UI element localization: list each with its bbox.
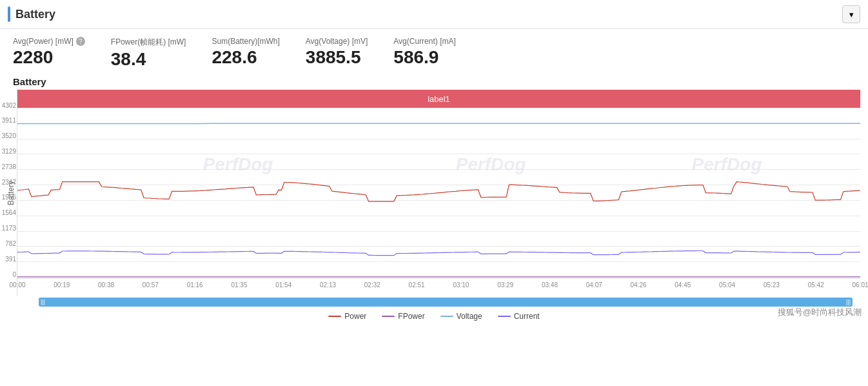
x-tick-label: 04:45 (675, 281, 691, 289)
x-tick-label: 05:04 (719, 281, 735, 289)
source-badge: 搜狐号@时尚科技风潮 (778, 307, 862, 318)
header-accent-bar (8, 6, 10, 22)
y-tick-label: 782 (0, 239, 16, 247)
legend-row: Power FPower Voltage Current (0, 308, 868, 323)
chevron-down-icon: ▾ (849, 10, 854, 19)
legend-item: Voltage (440, 312, 482, 321)
scrollbar-thumb[interactable]: ||| ||| (39, 298, 853, 307)
header-left: Battery (8, 6, 55, 22)
legend-color (440, 316, 453, 317)
collapse-button[interactable]: ▾ (842, 5, 860, 23)
x-tick-label: 00:57 (143, 281, 159, 289)
x-tick-label: 03:29 (497, 281, 513, 289)
power-line (17, 182, 860, 202)
x-tick-label: 02:32 (364, 281, 380, 289)
y-tick-label: 0 (0, 270, 16, 278)
scrollbar-container: ||| ||| (19, 298, 860, 307)
scrollbar-area[interactable]: ||| ||| (39, 298, 853, 307)
y-tick-label: 2347 (0, 178, 16, 185)
metric-item: Avg(Power) [mW] ?2280 (13, 37, 85, 68)
legend-label: Power (344, 312, 366, 321)
metric-label: Avg(Current) [mA] (393, 37, 455, 46)
scrollbar-left-grip: ||| (41, 299, 45, 305)
x-tick-label: 00:38 (98, 281, 114, 289)
metric-value: 38.4 (111, 49, 186, 70)
scrollbar-right-grip: ||| (846, 299, 851, 305)
legend-color (498, 316, 511, 317)
x-tick-label: 00:19 (54, 281, 70, 289)
x-tick-label: 02:13 (320, 281, 336, 289)
y-tick-label: 1173 (0, 225, 16, 232)
metric-value: 586.9 (393, 47, 455, 68)
x-tick-label: 01:35 (231, 281, 247, 289)
x-tick-label: 03:10 (453, 281, 469, 289)
x-tick-label: 04:07 (586, 281, 602, 289)
legend-label: Voltage (457, 312, 482, 321)
x-tick-label: 02:51 (409, 281, 425, 289)
label1-bar: label1 (17, 90, 860, 108)
current-line (17, 251, 860, 256)
metric-item: FPower(帧能耗) [mW]38.4 (111, 37, 186, 70)
x-tick-label: 05:23 (764, 281, 780, 289)
legend-label: Current (514, 312, 540, 321)
panel-header: Battery ▾ (0, 0, 868, 29)
metrics-row: Avg(Power) [mW] ?2280FPower(帧能耗) [mW]38.… (0, 29, 868, 74)
metric-value: 3885.5 (306, 47, 368, 68)
label1-text: label1 (428, 94, 450, 104)
legend-item: FPower (382, 312, 424, 321)
legend-item: Current (498, 312, 540, 321)
x-tick-label: 04:26 (631, 281, 647, 289)
metric-label: Avg(Power) [mW] ? (13, 37, 85, 46)
panel-title: Battery (15, 8, 55, 21)
x-tick-label: 05:42 (808, 281, 824, 289)
x-tick-label: 01:16 (187, 281, 203, 289)
chart-area: label1 PerfDog PerfDog PerfDog 430239113… (17, 90, 860, 296)
y-tick-label: 2738 (0, 163, 16, 170)
metric-value: 2280 (13, 47, 85, 68)
x-tick-label: 00:00 (9, 281, 25, 289)
metric-item: Sum(Battery)[mWh]228.6 (212, 37, 279, 68)
metric-item: Avg(Voltage) [mV]3885.5 (306, 37, 368, 68)
x-axis: 00:0000:1900:3800:5701:1601:3501:5402:13… (17, 278, 860, 296)
y-tick-label: 4302 (0, 101, 16, 108)
metric-item: Avg(Current) [mA]586.9 (393, 37, 455, 68)
metric-label: Sum(Battery)[mWh] (212, 37, 279, 46)
info-icon[interactable]: ? (76, 37, 85, 46)
x-tick-label: 06:01 (852, 281, 868, 289)
y-tick-label: 391 (0, 255, 16, 262)
y-tick-label: 1956 (0, 194, 16, 201)
metric-label: Avg(Voltage) [mV] (306, 37, 368, 46)
legend-item: Power (328, 312, 366, 321)
metric-value: 228.6 (212, 47, 279, 68)
chart-container: Battery label1 PerfDog PerfDog PerfDog 4… (0, 90, 868, 296)
x-tick-label: 01:54 (275, 281, 291, 289)
y-tick-label: 3911 (0, 117, 16, 124)
chart-svg (17, 108, 860, 277)
metric-label: FPower(帧能耗) [mW] (111, 37, 186, 48)
legend-color (382, 316, 395, 317)
y-tick-label: 3520 (0, 132, 16, 139)
chart-section-title: Battery (0, 74, 868, 90)
y-tick-label: 3129 (0, 147, 16, 154)
legend-label: FPower (398, 312, 424, 321)
legend-color (328, 316, 341, 317)
x-tick-label: 03:48 (542, 281, 558, 289)
y-tick-label: 1564 (0, 209, 16, 216)
